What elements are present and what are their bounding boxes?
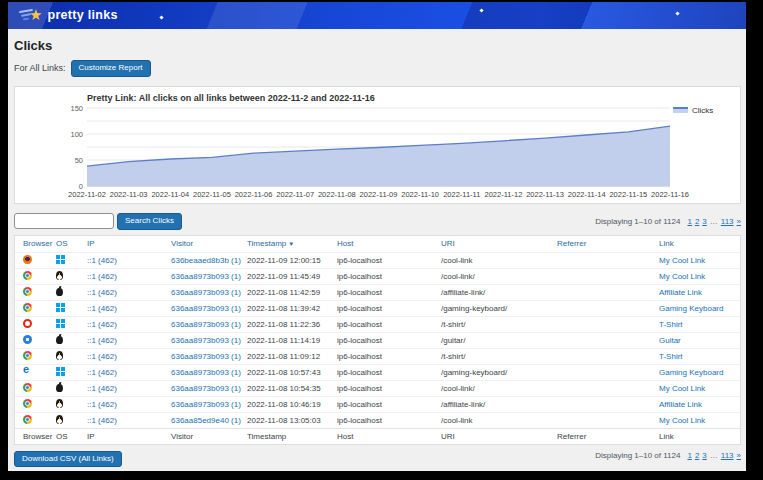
- page-link-2[interactable]: 2: [695, 451, 699, 460]
- column-header-timestamp[interactable]: Timestamp▼: [247, 239, 337, 248]
- search-clicks-button[interactable]: Search Clicks: [117, 213, 182, 230]
- page-title: Clicks: [14, 38, 741, 53]
- timestamp-cell: 2022-11-08 10:57:43: [247, 368, 337, 377]
- column-header-referrer[interactable]: Referrer: [557, 239, 659, 248]
- pretty-link-name-link[interactable]: Gaming Keyboard: [659, 304, 740, 313]
- column-footer-uri[interactable]: URI: [441, 432, 557, 441]
- visitor-link[interactable]: 636aa8973b093 (1): [171, 384, 247, 393]
- chrome-browser-icon: [23, 271, 32, 280]
- uri-cell: /affiliate-link/: [441, 400, 557, 409]
- visitor-link[interactable]: 636aa8973b093 (1): [171, 320, 247, 329]
- visitor-link[interactable]: 636aa8973b093 (1): [171, 288, 247, 297]
- page-link-3[interactable]: 3: [702, 451, 706, 460]
- table-row: ::1 (462)636aa8973b093 (1)2022-11-08 11:…: [15, 284, 740, 300]
- page-link-1[interactable]: 1: [687, 451, 691, 460]
- visitor-link[interactable]: 636aa8973b093 (1): [171, 368, 247, 377]
- host-cell: ip6-localhost: [337, 352, 441, 361]
- ip-link[interactable]: ::1 (462): [87, 288, 171, 297]
- browser-cell: [23, 351, 56, 362]
- column-footer-os[interactable]: OS: [56, 432, 87, 441]
- column-footer-host[interactable]: Host: [337, 432, 441, 441]
- customize-report-button[interactable]: Customize Report: [71, 60, 151, 77]
- browser-cell: [23, 271, 56, 282]
- host-cell: ip6-localhost: [337, 320, 441, 329]
- column-header-browser[interactable]: Browser: [23, 239, 56, 248]
- pretty-link-name-link[interactable]: T-Shirt: [659, 352, 740, 361]
- table-row: ::1 (462)636aa8973b093 (1)2022-11-08 11:…: [15, 348, 740, 364]
- browser-cell: [23, 366, 56, 378]
- column-footer-timestamp[interactable]: Timestamp: [247, 432, 337, 441]
- visitor-link[interactable]: 636aa85ed9e40 (1): [171, 416, 247, 425]
- os-cell: [56, 319, 87, 330]
- table-header-row: BrowserOSIPVisitorTimestamp▼HostURIRefer…: [15, 236, 740, 252]
- page-link-3[interactable]: 3: [702, 217, 706, 226]
- opera-browser-icon: [23, 319, 32, 328]
- table-body: ::1 (462)636beaaed8b3b (1)2022-11-09 12:…: [15, 252, 740, 428]
- ip-link[interactable]: ::1 (462): [87, 256, 171, 265]
- ip-link[interactable]: ::1 (462): [87, 304, 171, 313]
- column-footer-ip[interactable]: IP: [87, 432, 171, 441]
- table-row: ::1 (462)636aa8973b093 (1)2022-11-08 10:…: [15, 364, 740, 380]
- table-row: ::1 (462)636aa8973b093 (1)2022-11-08 11:…: [15, 316, 740, 332]
- os-cell: [56, 383, 87, 394]
- y-axis-tick-label: 50: [57, 156, 83, 165]
- visitor-link[interactable]: 636aa8973b093 (1): [171, 352, 247, 361]
- pretty-link-name-link[interactable]: My Cool Link: [659, 272, 740, 281]
- column-header-host[interactable]: Host: [337, 239, 441, 248]
- visitor-link[interactable]: 636aa8973b093 (1): [171, 400, 247, 409]
- column-header-os[interactable]: OS: [56, 239, 87, 248]
- ip-link[interactable]: ::1 (462): [87, 384, 171, 393]
- pagination-ellipsis: …: [710, 451, 718, 460]
- chrome-browser-icon: [23, 415, 32, 424]
- pretty-link-name-link[interactable]: My Cool Link: [659, 256, 740, 265]
- ip-link[interactable]: ::1 (462): [87, 320, 171, 329]
- column-footer-link[interactable]: Link: [659, 432, 740, 441]
- column-header-link[interactable]: Link: [659, 239, 740, 248]
- page-link-2[interactable]: 2: [695, 217, 699, 226]
- ip-link[interactable]: ::1 (462): [87, 368, 171, 377]
- ip-link[interactable]: ::1 (462): [87, 336, 171, 345]
- page-link-last[interactable]: 113: [721, 217, 734, 226]
- visitor-link[interactable]: 636aa8973b093 (1): [171, 336, 247, 345]
- visitor-link[interactable]: 636aa8973b093 (1): [171, 272, 247, 281]
- host-cell: ip6-localhost: [337, 400, 441, 409]
- host-cell: ip6-localhost: [337, 256, 441, 265]
- sparkle-icon: [675, 11, 679, 15]
- pagination-summary: Displaying 1–10 of 1124: [595, 217, 680, 226]
- ip-link[interactable]: ::1 (462): [87, 352, 171, 361]
- page-link-last[interactable]: 113: [721, 451, 734, 460]
- next-page-link[interactable]: »: [737, 451, 741, 460]
- search-input[interactable]: [14, 213, 114, 229]
- next-page-link[interactable]: »: [737, 217, 741, 226]
- column-footer-referrer[interactable]: Referrer: [557, 432, 659, 441]
- ip-link[interactable]: ::1 (462): [87, 272, 171, 281]
- pretty-link-name-link[interactable]: My Cool Link: [659, 384, 740, 393]
- pretty-link-name-link[interactable]: T-Shirt: [659, 320, 740, 329]
- ip-link[interactable]: ::1 (462): [87, 400, 171, 409]
- ip-link[interactable]: ::1 (462): [87, 416, 171, 425]
- column-footer-visitor[interactable]: Visitor: [171, 432, 247, 441]
- y-axis-tick-label: 150: [57, 104, 83, 113]
- pretty-link-name-link[interactable]: Guitar: [659, 336, 740, 345]
- safari-browser-icon: [23, 335, 32, 344]
- column-header-visitor[interactable]: Visitor: [171, 239, 247, 248]
- column-header-ip[interactable]: IP: [87, 239, 171, 248]
- os-cell: [56, 287, 87, 298]
- column-footer-browser[interactable]: Browser: [23, 432, 56, 441]
- sparkle-icon: [159, 15, 163, 19]
- pretty-link-name-link[interactable]: Affiliate Link: [659, 288, 740, 297]
- table-row: ::1 (462)636aa8973b093 (1)2022-11-08 11:…: [15, 332, 740, 348]
- pretty-link-name-link[interactable]: Affiliate Link: [659, 400, 740, 409]
- visitor-link[interactable]: 636beaaed8b3b (1): [171, 256, 247, 265]
- linux-os-icon: [56, 415, 63, 424]
- download-csv-button[interactable]: Download CSV (All Links): [14, 451, 122, 468]
- page-link-1[interactable]: 1: [687, 217, 691, 226]
- pretty-link-name-link[interactable]: Gaming Keyboard: [659, 368, 740, 377]
- windows-os-icon: [56, 367, 65, 376]
- visitor-link[interactable]: 636aa8973b093 (1): [171, 304, 247, 313]
- column-header-uri[interactable]: URI: [441, 239, 557, 248]
- chart-title: Pretty Link: All clicks on all links bet…: [87, 93, 375, 103]
- host-cell: ip6-localhost: [337, 368, 441, 377]
- windows-os-icon: [56, 255, 65, 264]
- pretty-link-name-link[interactable]: My Cool Link: [659, 416, 740, 425]
